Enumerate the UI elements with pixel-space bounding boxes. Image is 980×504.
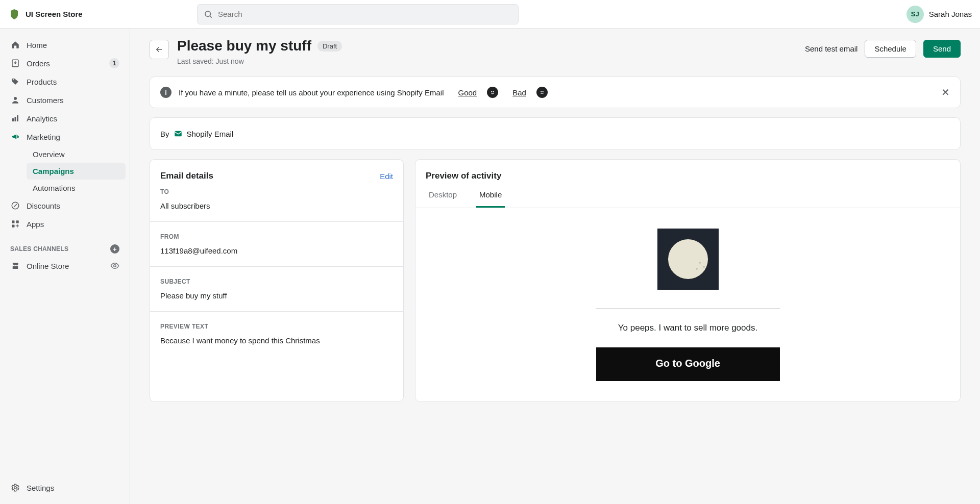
feedback-banner: i If you have a minute, please tell us a… xyxy=(150,77,961,108)
nav-products[interactable]: Products xyxy=(4,72,126,91)
user-menu[interactable]: SJ Sarah Jonas xyxy=(906,6,972,23)
preview-body-text: Yo peeps. I want to sell more goods. xyxy=(618,323,757,333)
shopify-logo-icon xyxy=(8,8,20,20)
svg-rect-9 xyxy=(12,220,14,223)
search-bar[interactable] xyxy=(197,4,519,24)
nav-apps[interactable]: Apps xyxy=(4,215,126,233)
nav-analytics[interactable]: Analytics xyxy=(4,109,126,128)
nav-marketing[interactable]: Marketing xyxy=(4,128,126,146)
from-label: FROM xyxy=(160,233,393,240)
feedback-bad-link[interactable]: Bad xyxy=(512,88,526,97)
search-input[interactable] xyxy=(218,10,512,18)
preview-heading: Preview of activity xyxy=(426,171,501,181)
search-icon xyxy=(204,10,213,19)
preview-divider xyxy=(596,308,780,309)
nav-analytics-label: Analytics xyxy=(27,114,119,123)
feedback-good-link[interactable]: Good xyxy=(458,88,477,97)
user-name: Sarah Jonas xyxy=(929,10,972,18)
edit-details-link[interactable]: Edit xyxy=(380,172,393,181)
to-value: All subscribers xyxy=(160,201,393,210)
schedule-button[interactable]: Schedule xyxy=(865,40,916,58)
nav-discounts-label: Discounts xyxy=(27,201,119,210)
orders-count-badge: 1 xyxy=(109,58,119,68)
analytics-icon xyxy=(10,113,20,123)
nav-settings-label: Settings xyxy=(27,484,119,492)
tab-desktop[interactable]: Desktop xyxy=(426,183,460,208)
nav-orders[interactable]: Orders 1 xyxy=(4,54,126,72)
frown-icon xyxy=(536,87,548,98)
info-icon: i xyxy=(160,87,172,98)
apps-icon xyxy=(10,219,20,229)
preview-cta-button[interactable]: Go to Google xyxy=(596,347,780,381)
store-identity[interactable]: UI Screen Store xyxy=(8,8,197,20)
close-feedback-button[interactable]: ✕ xyxy=(941,86,950,98)
send-test-email-link[interactable]: Send test email xyxy=(805,44,857,53)
page-header: Please buy my stuff Draft Last saved: Ju… xyxy=(150,38,961,65)
send-button[interactable]: Send xyxy=(923,40,961,58)
svg-point-17 xyxy=(543,91,543,92)
svg-point-16 xyxy=(541,91,542,92)
nav-customers-label: Customers xyxy=(27,96,119,105)
preview-panel: Preview of activity Desktop Mobile Yo pe… xyxy=(415,159,961,402)
nav-settings[interactable]: Settings xyxy=(4,478,126,497)
sidebar: Home Orders 1 Products Customers Analyti… xyxy=(0,29,130,504)
nav-marketing-label: Marketing xyxy=(27,133,119,141)
discounts-icon xyxy=(10,200,20,211)
preview-body: Yo peeps. I want to sell more goods. Go … xyxy=(415,208,960,401)
mail-icon xyxy=(174,129,183,138)
svg-point-14 xyxy=(492,91,492,92)
svg-rect-6 xyxy=(15,117,16,121)
home-icon xyxy=(10,40,20,50)
nav-online-store[interactable]: Online Store xyxy=(4,257,126,275)
subnav-overview[interactable]: Overview xyxy=(27,146,126,163)
nav-home[interactable]: Home xyxy=(4,36,126,54)
nav-home-label: Home xyxy=(27,41,119,49)
nav-apps-label: Apps xyxy=(27,220,119,229)
page-title: Please buy my stuff xyxy=(177,38,311,54)
svg-line-1 xyxy=(210,16,212,18)
nav-products-label: Products xyxy=(27,78,119,86)
subject-label: SUBJECT xyxy=(160,278,393,285)
svg-point-15 xyxy=(493,91,494,92)
by-app-name: Shopify Email xyxy=(187,130,234,138)
view-store-icon[interactable] xyxy=(110,261,119,270)
back-button[interactable] xyxy=(150,40,169,59)
products-icon xyxy=(10,77,20,87)
svg-point-4 xyxy=(14,97,17,100)
status-badge: Draft xyxy=(317,41,342,52)
svg-point-12 xyxy=(114,265,116,267)
main-content: Please buy my stuff Draft Last saved: Ju… xyxy=(130,29,980,504)
arrow-left-icon xyxy=(155,45,164,54)
preview-text-value: Because I want money to spend this Chris… xyxy=(160,336,393,345)
store-icon xyxy=(10,261,20,271)
nav-discounts[interactable]: Discounts xyxy=(4,196,126,215)
email-details-heading: Email details xyxy=(160,171,213,181)
by-label: By xyxy=(160,130,169,138)
feedback-text: If you have a minute, please tell us abo… xyxy=(179,88,444,97)
nav-orders-label: Orders xyxy=(27,59,103,68)
subject-value: Please buy my stuff xyxy=(160,291,393,300)
svg-rect-7 xyxy=(17,115,18,121)
nav-online-store-label: Online Store xyxy=(27,262,104,270)
to-label: TO xyxy=(160,188,393,195)
by-app-panel: By Shopify Email xyxy=(150,117,961,150)
topbar: UI Screen Store SJ Sarah Jonas xyxy=(0,0,980,29)
preview-image xyxy=(657,229,719,290)
preview-tabs: Desktop Mobile xyxy=(415,183,960,208)
gear-icon xyxy=(10,483,20,493)
marketing-icon xyxy=(10,132,20,142)
orders-icon xyxy=(10,58,20,68)
subnav-automations[interactable]: Automations xyxy=(27,180,126,196)
smile-icon xyxy=(487,87,498,98)
svg-rect-10 xyxy=(16,220,19,223)
store-name: UI Screen Store xyxy=(26,10,83,18)
subnav-campaigns[interactable]: Campaigns xyxy=(27,163,126,180)
email-details-panel: Email details Edit TO All subscribers FR… xyxy=(150,159,404,402)
last-saved: Last saved: Just now xyxy=(177,57,342,65)
tab-mobile[interactable]: Mobile xyxy=(476,183,505,208)
nav-customers[interactable]: Customers xyxy=(4,91,126,109)
svg-point-13 xyxy=(14,487,17,489)
add-channel-button[interactable]: + xyxy=(110,244,119,254)
svg-rect-5 xyxy=(12,118,14,121)
preview-text-label: PREVIEW TEXT xyxy=(160,323,393,330)
